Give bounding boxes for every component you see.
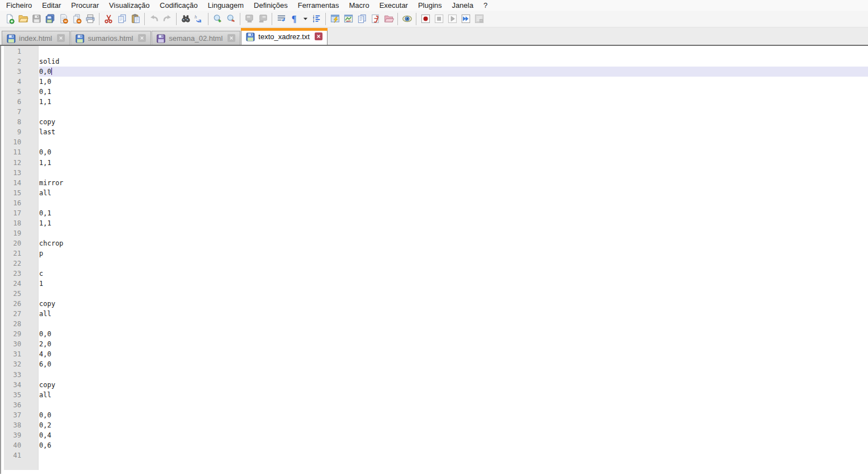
menu-item-ferramentas[interactable]: Ferramentas <box>293 0 344 11</box>
tab-close-icon[interactable] <box>315 32 322 40</box>
editor-line[interactable]: 400,6 <box>1 440 868 450</box>
line-text[interactable] <box>39 289 868 299</box>
editor-line[interactable]: 326,0 <box>1 359 868 369</box>
word-wrap-button[interactable] <box>274 12 288 26</box>
sync-vertical-button[interactable] <box>243 12 256 26</box>
tab-sumarios-html[interactable]: sumarios.html <box>70 31 151 45</box>
line-text[interactable]: all <box>39 309 868 319</box>
close-all-button[interactable] <box>70 12 83 26</box>
line-text[interactable]: 0,0 <box>39 67 868 77</box>
line-text[interactable] <box>39 370 868 380</box>
line-text[interactable]: copy <box>39 380 868 390</box>
editor-line[interactable]: 7 <box>1 107 868 117</box>
editor-line[interactable]: 27all <box>1 309 868 319</box>
line-text[interactable]: 1 <box>39 279 868 289</box>
editor-line[interactable]: 10 <box>1 137 868 147</box>
line-text[interactable]: 6,0 <box>39 359 868 369</box>
editor[interactable]: 12solid30,041,050,161,178copy9last10110,… <box>0 46 868 474</box>
line-text[interactable]: 0,2 <box>39 420 868 430</box>
line-text[interactable]: p <box>39 248 868 258</box>
menu-item-procurar[interactable]: Procurar <box>66 0 104 11</box>
menu-item-codifica-o[interactable]: Codificação <box>155 0 203 11</box>
tab-close-icon[interactable] <box>57 34 65 42</box>
editor-line[interactable]: 15all <box>1 188 868 198</box>
function-list-button[interactable] <box>368 12 382 26</box>
editor-line[interactable]: 21p <box>1 248 868 258</box>
line-text[interactable] <box>39 107 868 117</box>
editor-line[interactable]: 25 <box>1 289 868 299</box>
line-text[interactable] <box>39 46 868 57</box>
menu-item-editar[interactable]: Editar <box>37 0 66 11</box>
line-text[interactable]: 0,1 <box>39 208 868 218</box>
tab-close-icon[interactable] <box>138 34 146 42</box>
line-text[interactable] <box>39 228 868 238</box>
menu-item-defini-es[interactable]: Definições <box>249 0 293 11</box>
zoom-out-button[interactable] <box>224 12 238 26</box>
paste-button[interactable] <box>129 12 142 26</box>
cut-button[interactable] <box>102 12 115 26</box>
editor-line[interactable]: 41 <box>1 450 868 460</box>
editor-line[interactable]: 170,1 <box>1 208 868 218</box>
editor-line[interactable]: 16 <box>1 198 868 208</box>
editor-line[interactable]: 26copy <box>1 299 868 309</box>
line-text[interactable]: 1,1 <box>39 97 868 107</box>
menu-item-macro[interactable]: Macro <box>344 0 374 11</box>
editor-line[interactable]: 20chcrop <box>1 238 868 248</box>
new-file-button[interactable] <box>3 12 16 26</box>
monitoring-eye-button[interactable] <box>400 12 414 26</box>
editor-line[interactable]: 41,0 <box>1 77 868 87</box>
line-text[interactable]: copy <box>39 299 868 309</box>
macro-stop-button[interactable] <box>432 12 445 26</box>
save-all-button[interactable] <box>43 12 56 26</box>
menu-item-?[interactable]: ? <box>478 0 492 11</box>
editor-line[interactable]: 181,1 <box>1 218 868 228</box>
line-text[interactable]: 1,0 <box>39 77 868 87</box>
line-text[interactable] <box>39 137 868 147</box>
editor-line[interactable]: 121,1 <box>1 158 868 168</box>
editor-line[interactable]: 19 <box>1 228 868 238</box>
editor-line[interactable]: 380,2 <box>1 420 868 430</box>
line-text[interactable]: 2,0 <box>39 339 868 349</box>
macro-save-button[interactable] <box>472 12 486 26</box>
line-text[interactable] <box>39 168 868 178</box>
redo-button[interactable] <box>160 12 174 26</box>
save-file-button[interactable] <box>30 12 43 26</box>
line-text[interactable]: 0,0 <box>39 329 868 339</box>
line-text[interactable] <box>39 400 868 410</box>
editor-line[interactable]: 8copy <box>1 117 868 127</box>
line-text[interactable]: mirror <box>39 178 868 188</box>
editor-line[interactable]: 314,0 <box>1 349 868 359</box>
editor-line[interactable]: 2solid <box>1 57 868 67</box>
editor-line[interactable]: 241 <box>1 279 868 289</box>
document-map-button[interactable] <box>341 12 355 26</box>
sync-horizontal-button[interactable] <box>256 12 269 26</box>
dropdown-caret-button[interactable] <box>301 12 310 26</box>
editor-line[interactable]: 370,0 <box>1 410 868 420</box>
editor-line[interactable]: 28 <box>1 319 868 329</box>
editor-line[interactable]: 13 <box>1 168 868 178</box>
menu-item-janela[interactable]: Janela <box>447 0 478 11</box>
zoom-in-button[interactable] <box>211 12 224 26</box>
editor-line[interactable]: 33 <box>1 370 868 380</box>
undo-button[interactable] <box>147 12 160 26</box>
editor-line[interactable]: 1 <box>1 46 868 57</box>
tab-close-icon[interactable] <box>227 34 235 42</box>
find-button[interactable] <box>179 12 192 26</box>
line-text[interactable] <box>39 319 868 329</box>
document-list-button[interactable] <box>355 12 368 26</box>
line-text[interactable]: 1,1 <box>39 158 868 168</box>
macro-play-button[interactable] <box>445 12 459 26</box>
editor-line[interactable]: 35all <box>1 390 868 400</box>
editor-line[interactable]: 22 <box>1 258 868 269</box>
editor-line[interactable]: 290,0 <box>1 329 868 339</box>
editor-line[interactable]: 302,0 <box>1 339 868 349</box>
copy-button[interactable] <box>115 12 129 26</box>
line-text[interactable] <box>39 450 868 460</box>
print-button[interactable] <box>83 12 97 26</box>
line-text[interactable]: chcrop <box>39 238 868 248</box>
line-text[interactable]: 1,1 <box>39 218 868 228</box>
editor-line[interactable]: 50,1 <box>1 87 868 97</box>
line-text[interactable] <box>39 258 868 269</box>
menu-item-plugins[interactable]: Plugins <box>413 0 447 11</box>
line-text[interactable]: all <box>39 188 868 198</box>
